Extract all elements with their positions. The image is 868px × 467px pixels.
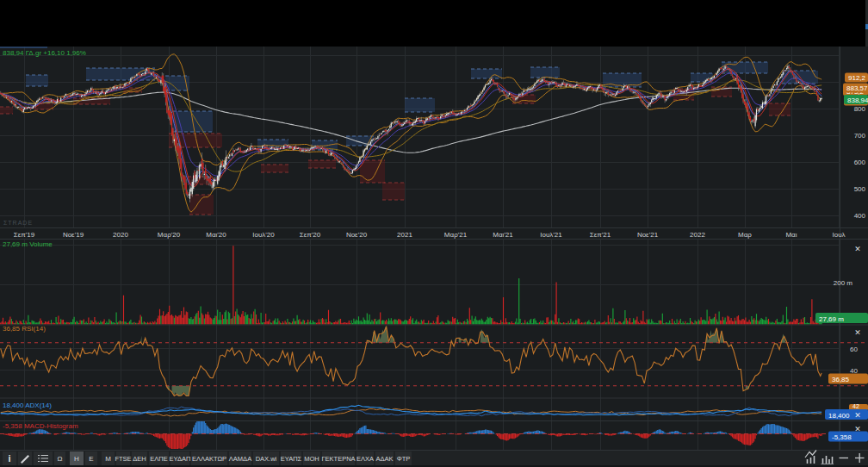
svg-text:E: E xyxy=(89,455,93,463)
svg-text:60: 60 xyxy=(850,346,858,353)
svg-text:400: 400 xyxy=(854,212,866,220)
svg-text:200 m: 200 m xyxy=(834,279,853,287)
svg-text:ΦΤΡ: ΦΤΡ xyxy=(397,455,411,463)
svg-text:Ιουλ'21: Ιουλ'21 xyxy=(540,231,562,239)
svg-text:DAX.wi: DAX.wi xyxy=(256,455,277,463)
svg-text:500: 500 xyxy=(854,185,866,193)
svg-text:42: 42 xyxy=(852,403,859,409)
svg-text:Σεπ'19: Σεπ'19 xyxy=(14,231,35,239)
svg-text:Μαι'20: Μαι'20 xyxy=(206,231,226,239)
svg-text:Ιουλ'20: Ιουλ'20 xyxy=(252,231,275,239)
svg-text:Νοε'21: Νοε'21 xyxy=(637,231,659,239)
svg-text:✕: ✕ xyxy=(854,328,861,337)
svg-text:ΔΕΗ: ΔΕΗ xyxy=(133,455,146,463)
svg-text:Μαρ: Μαρ xyxy=(738,231,752,239)
svg-text:ΑΔΑΚ: ΑΔΑΚ xyxy=(375,455,393,463)
svg-text:i: i xyxy=(8,453,10,464)
svg-text:800: 800 xyxy=(854,105,866,113)
svg-text:ΕΥΔΑΠ: ΕΥΔΑΠ xyxy=(170,455,191,463)
svg-text:ΕΛΠΕ: ΕΛΠΕ xyxy=(150,455,167,463)
svg-text:912,2: 912,2 xyxy=(848,74,866,82)
svg-text:✕: ✕ xyxy=(854,245,861,253)
svg-text:ΣTRADE: ΣTRADE xyxy=(3,220,33,226)
svg-text:Νοε'20: Νοε'20 xyxy=(346,231,368,239)
svg-text:2022: 2022 xyxy=(690,231,705,239)
svg-text:2021: 2021 xyxy=(397,231,412,239)
svg-text:838,94: 838,94 xyxy=(847,97,868,104)
svg-text:27,69 m Volume: 27,69 m Volume xyxy=(3,240,53,248)
svg-text:-5,358: -5,358 xyxy=(832,433,852,441)
svg-text:18,400: 18,400 xyxy=(828,412,850,420)
svg-text:Ιουλ: Ιουλ xyxy=(832,231,845,239)
svg-text:ΕΛΛΑΚΤΩΡ: ΕΛΛΑΚΤΩΡ xyxy=(192,455,226,463)
svg-text:Μαι'21: Μαι'21 xyxy=(493,231,513,239)
svg-text:ΛΑΜΔΑ: ΛΑΜΔΑ xyxy=(229,455,251,463)
svg-text:M: M xyxy=(105,455,111,463)
svg-text:Ω: Ω xyxy=(58,455,63,463)
svg-text:600: 600 xyxy=(854,159,866,166)
svg-text:883,57: 883,57 xyxy=(846,84,868,92)
svg-text:Νοε'19: Νοε'19 xyxy=(63,231,84,239)
svg-text:FTSE: FTSE xyxy=(115,455,131,463)
svg-text:-5,358 MACD-Histogram: -5,358 MACD-Histogram xyxy=(3,422,78,430)
svg-text:27,69 m: 27,69 m xyxy=(819,315,844,323)
svg-text:36,85 RSI(14): 36,85 RSI(14) xyxy=(3,325,46,333)
svg-text:Μαρ'21: Μαρ'21 xyxy=(444,231,468,239)
svg-text:40: 40 xyxy=(850,367,858,375)
svg-text:ΓΕΚΤΕΡΝΑ: ΓΕΚΤΕΡΝΑ xyxy=(321,455,355,463)
svg-text:18,400 ADX(14): 18,400 ADX(14) xyxy=(3,402,52,409)
svg-text:700: 700 xyxy=(854,132,866,140)
svg-text:Μαρ'20: Μαρ'20 xyxy=(158,231,181,239)
svg-text:ΕΛΧΑ: ΕΛΧΑ xyxy=(356,455,374,463)
svg-text:ΕΥΑΠΣ: ΕΥΑΠΣ xyxy=(281,455,302,463)
svg-text:✕: ✕ xyxy=(854,411,861,420)
svg-text:ΜΟΗ: ΜΟΗ xyxy=(304,455,319,463)
svg-text:2020: 2020 xyxy=(113,231,128,239)
svg-text:838,94 ΓΔ.gr +16,10 1,96%: 838,94 ΓΔ.gr +16,10 1,96% xyxy=(3,49,86,57)
svg-text:Σεπ'20: Σεπ'20 xyxy=(300,231,321,239)
svg-text:H: H xyxy=(74,455,79,463)
svg-text:36,85: 36,85 xyxy=(832,376,850,383)
svg-text:Μαι: Μαι xyxy=(785,231,797,239)
svg-text:Σεπ'21: Σεπ'21 xyxy=(590,231,611,239)
